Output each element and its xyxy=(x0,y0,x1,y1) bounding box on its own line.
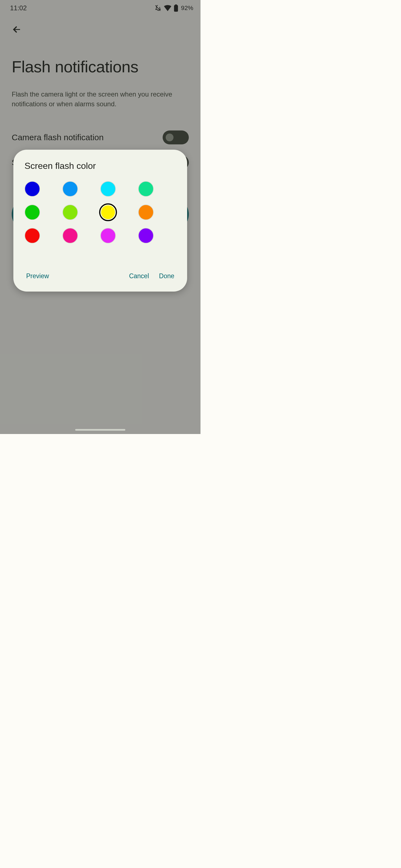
gesture-nav-bar[interactable] xyxy=(75,429,125,431)
color-swatch-grid xyxy=(25,181,176,243)
done-button[interactable]: Done xyxy=(154,269,176,284)
color-swatch-lime[interactable] xyxy=(62,205,78,220)
color-swatch-green[interactable] xyxy=(25,205,40,220)
color-swatch-orange[interactable] xyxy=(138,205,154,220)
preview-button[interactable]: Preview xyxy=(25,269,54,284)
dialog-title: Screen flash color xyxy=(25,161,176,171)
color-swatch-cyan[interactable] xyxy=(100,181,116,197)
dialog-actions: Preview Cancel Done xyxy=(25,269,176,284)
color-picker-dialog: Screen flash color Preview Cancel Done xyxy=(13,150,187,291)
color-swatch-spring-green[interactable] xyxy=(138,181,154,197)
color-swatch-hot-pink[interactable] xyxy=(62,228,78,243)
color-swatch-azure[interactable] xyxy=(62,181,78,197)
cancel-button[interactable]: Cancel xyxy=(124,269,154,284)
color-swatch-magenta[interactable] xyxy=(100,228,116,243)
color-swatch-blue[interactable] xyxy=(25,181,40,197)
color-swatch-red[interactable] xyxy=(25,228,40,243)
color-swatch-purple[interactable] xyxy=(138,228,154,243)
color-swatch-yellow[interactable] xyxy=(99,204,117,221)
